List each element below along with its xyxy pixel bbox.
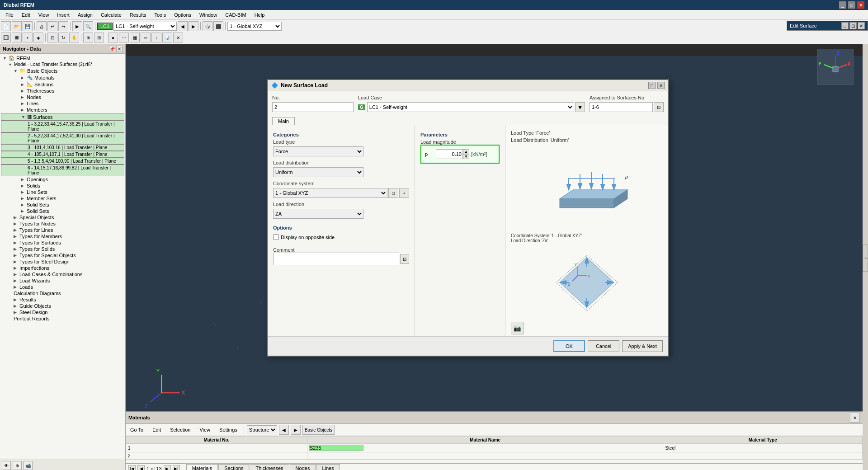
save-button[interactable]: 💾	[23, 21, 33, 31]
tree-item-thicknesses[interactable]: ▶ Thicknesses	[1, 88, 124, 94]
menu-tools[interactable]: Tools	[151, 11, 170, 19]
tab-lines[interactable]: Lines	[316, 464, 340, 470]
zoom-button[interactable]: 🔍	[83, 21, 93, 31]
lc-select[interactable]: LC1 - Self-weight	[367, 102, 574, 112]
tree-item-model[interactable]: ▼ Model - Load Transfer Surfaces (2).rf6…	[1, 61, 124, 67]
load-case-dropdown[interactable]: LC1 - Self-weight	[113, 22, 177, 31]
tab-nodes[interactable]: Nodes	[290, 464, 316, 470]
tree-item-surf-3[interactable]: 3 - 101,4,103,16 | Load Transfer | Plane	[1, 144, 124, 151]
load-dir-select[interactable]: ZA XA YA	[273, 209, 363, 219]
dialog-close[interactable]: ✕	[657, 82, 665, 89]
lc-expand-button[interactable]: ▼	[575, 102, 585, 112]
assigned-input[interactable]	[590, 102, 653, 112]
view-front-button[interactable]: 🔲	[1, 33, 11, 42]
tree-item-materials[interactable]: ▶ 🔩 Materials	[1, 74, 124, 81]
wireframe-button[interactable]: ⬛	[213, 21, 223, 31]
tree-item-surf-6[interactable]: 6 - 14,15,17,16,86,99,82 | Load Transfer…	[1, 164, 124, 176]
tree-item-load-cases[interactable]: ▶ Load Cases & Combinations	[1, 271, 124, 277]
tree-item-lines[interactable]: ▶ Lines	[1, 100, 124, 107]
new-button[interactable]: 📄	[1, 21, 11, 31]
tree-item-types-nodes[interactable]: ▶ Types for Nodes	[1, 221, 124, 227]
tree-item-types-special[interactable]: ▶ Types for Special Objects	[1, 252, 124, 258]
snap-button[interactable]: ⊕	[83, 33, 93, 42]
menu-help[interactable]: Help	[251, 11, 269, 19]
view-3d-button[interactable]: ◈	[33, 33, 43, 42]
toggle-rfem[interactable]: ▼	[3, 56, 7, 61]
nav-pin-button[interactable]: 📌	[109, 46, 115, 52]
edit-surface-float[interactable]: ⊡	[849, 22, 857, 29]
spin-down[interactable]: ▼	[463, 154, 469, 159]
nav-forward-button[interactable]: ▶	[291, 425, 301, 435]
right-panel-handle[interactable]: ⋮	[863, 244, 868, 272]
bottom-close-button[interactable]: ✕	[850, 413, 860, 423]
menu-options[interactable]: Options	[170, 11, 195, 19]
coord-system-btn1[interactable]: □	[388, 188, 398, 198]
view-side-button[interactable]: ▪	[23, 33, 33, 42]
apply-next-button[interactable]: Apply & Next	[622, 340, 663, 352]
open-button[interactable]: 📂	[12, 21, 22, 31]
tree-item-solids[interactable]: ▶ Solids	[1, 183, 124, 189]
next-page-button[interactable]: ▶	[164, 465, 171, 470]
tree-item-surfaces[interactable]: ▼ ▦ Surfaces	[1, 113, 124, 121]
view-top-button[interactable]: 🔳	[12, 33, 22, 42]
menu-assign[interactable]: Assign	[74, 11, 96, 19]
opposite-side-checkbox[interactable]	[273, 234, 279, 240]
tree-item-members[interactable]: ▶ Members	[1, 107, 124, 113]
tree-item-line-sets[interactable]: ▶ Line Sets	[1, 189, 124, 195]
surface-btn[interactable]: ▦	[130, 33, 140, 42]
spin-up[interactable]: ▲	[463, 149, 469, 154]
tab-materials[interactable]: Materials	[186, 464, 218, 470]
line-btn[interactable]: ⋯	[119, 33, 129, 42]
cancel-button[interactable]: Cancel	[588, 340, 619, 352]
bottom-goto[interactable]: Go To	[127, 426, 147, 433]
tree-item-special-objects[interactable]: ▶ Special Objects	[1, 214, 124, 221]
dialog-maximize[interactable]: □	[648, 82, 656, 89]
tree-item-types-surfaces[interactable]: ▶ Types for Surfaces	[1, 240, 124, 246]
tree-item-openings[interactable]: ▶ Openings	[1, 176, 124, 183]
tree-item-imperfections[interactable]: ▶ Imperfections	[1, 265, 124, 271]
tab-main[interactable]: Main	[272, 117, 295, 125]
nav-video-button[interactable]: 📹	[24, 461, 33, 470]
ok-button[interactable]: OK	[553, 340, 585, 352]
member-btn[interactable]: ═	[141, 33, 151, 42]
tree-item-calc-diagrams[interactable]: Calculation Diagrams	[1, 290, 124, 296]
menu-calculate[interactable]: Calculate	[97, 11, 125, 19]
menu-results[interactable]: Results	[126, 11, 150, 19]
rotate-button[interactable]: ↻	[58, 33, 68, 42]
tab-thicknesses[interactable]: Thicknesses	[250, 464, 289, 470]
basic-objects-button[interactable]: Basic Objects	[302, 425, 335, 435]
nav-close-button[interactable]: ✕	[116, 46, 123, 52]
comment-btn[interactable]: ⊡	[400, 254, 409, 264]
prev-lc-button[interactable]: ◀	[178, 21, 188, 31]
toggle-model[interactable]: ▼	[8, 62, 13, 67]
tree-item-surf-4[interactable]: 4 - 105,14,107,1 | Load Transfer | Plane	[1, 151, 124, 158]
close-button[interactable]: ✕	[857, 1, 864, 9]
maximize-button[interactable]: □	[848, 1, 855, 9]
select-button[interactable]: ▶	[72, 21, 82, 31]
tree-item-loads[interactable]: ▶ Loads	[1, 284, 124, 290]
nav-back-button[interactable]: ◀	[279, 425, 289, 435]
tree-item-surf-2[interactable]: 2 - 5,22,33,44,17,52,41,30 | Load Transf…	[1, 132, 124, 144]
menu-window[interactable]: Window	[196, 11, 221, 19]
tree-item-rfem[interactable]: ▼ 🏠 RFEM	[1, 55, 124, 61]
undo-button[interactable]: ↩	[47, 21, 57, 31]
tree-item-load-wizards[interactable]: ▶ Load Wizards	[1, 277, 124, 284]
minimize-button[interactable]: _	[839, 1, 846, 9]
bottom-settings[interactable]: Settings	[216, 426, 241, 433]
pan-button[interactable]: ✋	[69, 33, 79, 42]
nav-eye-button[interactable]: 👁	[2, 461, 11, 470]
tree-item-basic-objects[interactable]: ▼ 📁 Basic Objects	[1, 67, 124, 74]
bottom-selection[interactable]: Selection	[166, 426, 194, 433]
redo-button[interactable]: ↪	[58, 21, 68, 31]
node-btn[interactable]: ●	[108, 33, 118, 42]
coord-system-select[interactable]: 1 - Global XYZ	[273, 188, 387, 198]
comment-input[interactable]	[273, 253, 399, 265]
tree-item-types-lines[interactable]: ▶ Types for Lines	[1, 227, 124, 233]
render-button[interactable]: 🎲	[203, 21, 212, 31]
last-page-button[interactable]: ▶|	[173, 465, 180, 470]
menu-insert[interactable]: Insert	[53, 11, 73, 19]
tree-item-solid-sets[interactable]: ▶ Solid Sets	[1, 208, 124, 214]
nav-target-button[interactable]: ⊕	[13, 461, 22, 470]
bottom-view[interactable]: View	[196, 426, 214, 433]
fit-button[interactable]: ⊡	[47, 33, 57, 42]
